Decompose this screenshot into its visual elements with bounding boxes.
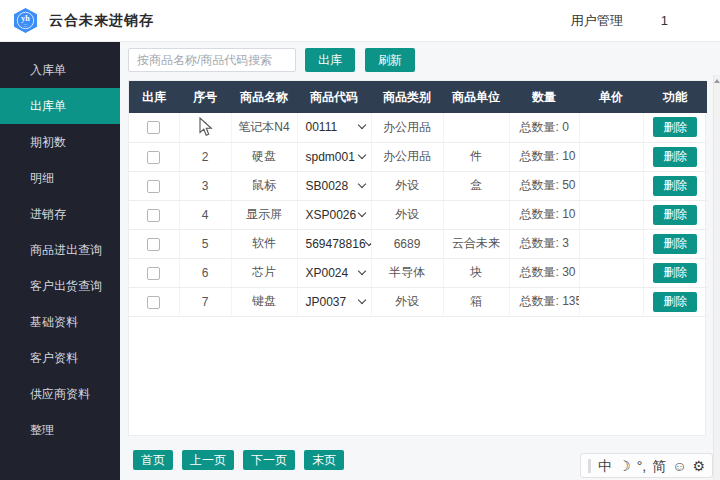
row-category: 办公用品 [371, 142, 443, 171]
row-checkbox[interactable] [147, 121, 160, 134]
search-input[interactable] [128, 48, 296, 72]
delete-button[interactable]: 删除 [653, 205, 697, 225]
chevron-down-icon [357, 121, 365, 129]
row-product-name: 软件 [231, 229, 297, 258]
product-code-value: XSP0026 [306, 208, 357, 222]
row-checkbox[interactable] [147, 296, 160, 309]
table-row: 6 芯片 XP0024 半导体 块 总数量: 30 删除 [129, 258, 707, 287]
main-content: 出库 刷新 出库序号商品名称商品代码商品类别商品单位数量单价功能 1 笔记本N4… [120, 42, 720, 480]
sidebar-item-basic-data[interactable]: 基础资料 [0, 304, 120, 340]
pagination-next-button[interactable]: 下一页 [243, 450, 295, 470]
row-price [579, 200, 643, 229]
sidebar-item-details[interactable]: 明细 [0, 160, 120, 196]
column-header: 商品代码 [297, 81, 371, 113]
ime-punctuation-icon[interactable]: °, [637, 459, 647, 473]
chevron-down-icon [357, 266, 365, 274]
row-seq: 5 [179, 229, 231, 258]
column-header: 单价 [579, 81, 643, 113]
sidebar-item-opening-balance[interactable]: 期初数 [0, 124, 120, 160]
row-checkbox[interactable] [147, 180, 160, 193]
row-product-name: 芯片 [231, 258, 297, 287]
product-code-select[interactable]: spdm001 [298, 150, 371, 164]
table-row: 5 软件 569478816 6689 云合未来 总数量: 3 删除 [129, 229, 707, 258]
product-code-select[interactable]: 569478816 [298, 237, 371, 251]
ime-moon-icon[interactable]: ☽ [618, 459, 631, 473]
sidebar-item-inbound-order[interactable]: 入库单 [0, 52, 120, 88]
table-row: 3 鼠标 SB0028 外设 盒 总数量: 50 删除 [129, 171, 707, 200]
row-product-name: 笔记本N4 [231, 113, 297, 142]
row-price [579, 287, 643, 316]
vertical-scrollbar[interactable] [713, 75, 720, 480]
delete-button[interactable]: 删除 [653, 176, 697, 196]
row-quantity: 总数量: 10 [509, 142, 579, 171]
pagination-last-button[interactable]: 末页 [304, 450, 344, 470]
row-price [579, 142, 643, 171]
user-management-link[interactable]: 用户管理 [571, 12, 623, 30]
row-quantity: 总数量: 50 [509, 171, 579, 200]
row-seq: 3 [179, 171, 231, 200]
sidebar-item-organize[interactable]: 整理 [0, 412, 120, 448]
delete-button[interactable]: 删除 [653, 117, 697, 137]
row-price [579, 113, 643, 142]
delete-button[interactable]: 删除 [653, 263, 697, 283]
product-code-select[interactable]: XP0024 [298, 266, 371, 280]
sidebar-item-outbound-order[interactable]: 出库单 [0, 88, 120, 124]
chevron-down-icon [357, 150, 365, 158]
svg-text::::: ::: [23, 22, 27, 28]
sidebar-menu: 入库单出库单期初数明细进销存商品进出查询客户出货查询基础资料客户资料供应商资料整… [0, 42, 120, 480]
row-checkbox[interactable] [147, 267, 160, 280]
user-count-badge[interactable]: 1 [661, 13, 668, 28]
ime-smiley-icon[interactable]: ☺ [672, 459, 686, 473]
row-seq: 7 [179, 287, 231, 316]
row-checkbox[interactable] [147, 209, 160, 222]
column-header: 数量 [509, 81, 579, 113]
scroll-up-icon[interactable] [714, 79, 720, 83]
row-price [579, 229, 643, 258]
pagination-prev-button[interactable]: 上一页 [182, 450, 234, 470]
ime-simplified-chinese-icon[interactable]: 简 [652, 459, 666, 473]
product-code-select[interactable]: SB0028 [298, 179, 371, 193]
sidebar-item-customer-shipment-query[interactable]: 客户出货查询 [0, 268, 120, 304]
row-seq: 6 [179, 258, 231, 287]
row-unit [443, 113, 509, 142]
delete-button[interactable]: 删除 [653, 147, 697, 167]
chevron-down-icon [357, 295, 365, 303]
refresh-button[interactable]: 刷新 [365, 48, 415, 72]
row-unit: 箱 [443, 287, 509, 316]
delete-button[interactable]: 删除 [653, 234, 697, 254]
row-product-name: 鼠标 [231, 171, 297, 200]
page-title: 云合未来进销存 [49, 12, 154, 30]
table-body: 1 笔记本N4 00111 办公用品 总数量: 0 删除 2 硬盘 spdm00… [129, 113, 707, 316]
product-code-select[interactable]: JP0037 [298, 295, 371, 309]
row-category: 办公用品 [371, 113, 443, 142]
product-code-value: XP0024 [306, 266, 349, 280]
product-code-value: 00111 [306, 120, 338, 134]
row-checkbox[interactable] [147, 238, 160, 251]
sidebar-item-product-inout-query[interactable]: 商品进出查询 [0, 232, 120, 268]
delete-button[interactable]: 删除 [653, 292, 697, 312]
pagination-first-button[interactable]: 首页 [133, 450, 173, 470]
pagination: 首页上一页下一页末页 [133, 450, 344, 470]
row-category: 外设 [371, 287, 443, 316]
sidebar-item-supplier-data[interactable]: 供应商资料 [0, 376, 120, 412]
product-code-select[interactable]: 00111 [298, 120, 371, 134]
column-header: 商品名称 [231, 81, 297, 113]
row-checkbox[interactable] [147, 151, 160, 164]
row-unit: 块 [443, 258, 509, 287]
table-row: 2 硬盘 spdm001 办公用品 件 总数量: 10 删除 [129, 142, 707, 171]
row-category: 外设 [371, 171, 443, 200]
row-product-name: 键盘 [231, 287, 297, 316]
row-price [579, 171, 643, 200]
row-category: 半导体 [371, 258, 443, 287]
sidebar-item-inventory-flow[interactable]: 进销存 [0, 196, 120, 232]
product-code-select[interactable]: XSP0026 [298, 208, 371, 222]
column-header: 商品单位 [443, 81, 509, 113]
ime-chinese-mode-icon[interactable]: 中 [598, 459, 612, 473]
ime-gear-icon[interactable]: ⚙ [692, 459, 705, 473]
row-category: 6689 [371, 229, 443, 258]
ship-out-button[interactable]: 出库 [305, 48, 355, 72]
column-header: 商品类别 [371, 81, 443, 113]
sidebar-item-customer-data[interactable]: 客户资料 [0, 340, 120, 376]
ime-grip-handle[interactable] [588, 459, 591, 473]
ime-toolbar: 中☽°,简☺⚙ [580, 453, 713, 478]
